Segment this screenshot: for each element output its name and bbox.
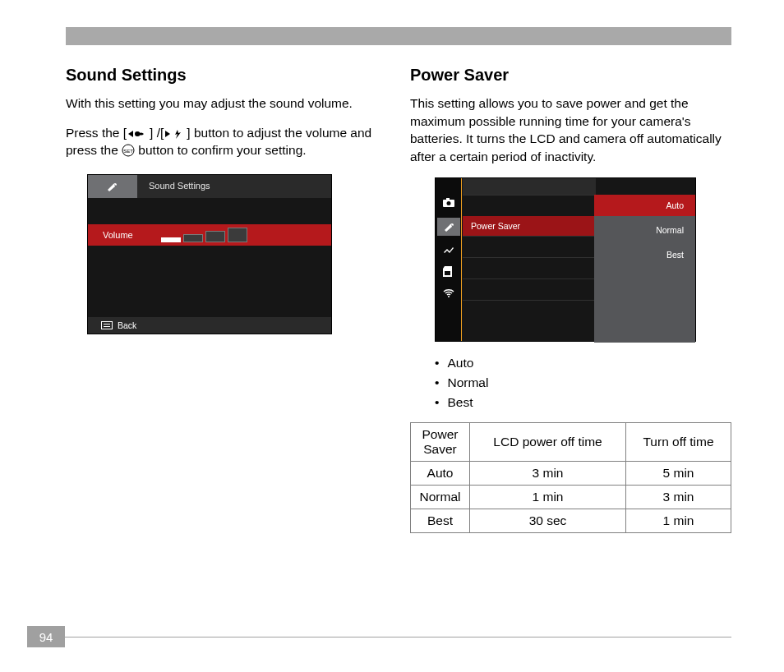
bullet-auto: Auto bbox=[435, 353, 731, 373]
table-row: Auto 3 min 5 min bbox=[411, 461, 731, 485]
power-saver-row: Power Saver bbox=[463, 216, 596, 236]
volume-steps bbox=[161, 228, 247, 242]
wrench-tab-icon bbox=[88, 175, 137, 198]
table-cell: 5 min bbox=[626, 461, 731, 485]
svg-rect-7 bbox=[445, 271, 450, 275]
power-saver-screen: Power Saver Auto Normal Best bbox=[435, 177, 696, 342]
page-content: Sound Settings With this setting you may… bbox=[66, 66, 731, 533]
svg-marker-1 bbox=[165, 131, 170, 137]
sound-settings-para2: Press the [] /[] button to adjust the vo… bbox=[66, 124, 387, 159]
power-saver-para: This setting allows you to save power an… bbox=[410, 94, 731, 166]
volume-step-1 bbox=[161, 237, 181, 242]
svg-point-6 bbox=[446, 201, 450, 205]
bullet-normal: Normal bbox=[435, 373, 731, 393]
menu-row bbox=[463, 195, 596, 216]
right-arrow-flash-icon bbox=[164, 128, 187, 140]
menu-row bbox=[463, 300, 596, 321]
menu-header-spacer bbox=[463, 178, 596, 195]
svg-rect-5 bbox=[446, 198, 450, 200]
camera-icon bbox=[441, 196, 456, 209]
wrench-icon bbox=[437, 218, 460, 236]
option-auto: Auto bbox=[594, 195, 695, 216]
tab-row: Sound Settings bbox=[88, 175, 331, 198]
header-band bbox=[66, 27, 731, 45]
text-fragment: ] /[ bbox=[150, 126, 164, 140]
menu-row bbox=[463, 257, 596, 278]
sound-settings-heading: Sound Settings bbox=[66, 66, 387, 85]
options-panel: Auto Normal Best bbox=[594, 195, 695, 343]
footer: 94 bbox=[27, 626, 731, 647]
bullet-best: Best bbox=[435, 393, 731, 412]
volume-step-2 bbox=[183, 234, 203, 242]
left-icon-strip bbox=[436, 178, 462, 341]
table-header: Turn off time bbox=[626, 422, 731, 461]
menu-row bbox=[463, 278, 596, 300]
volume-step-3 bbox=[205, 231, 225, 242]
menu-row bbox=[463, 236, 596, 257]
table-header-row: Power Saver LCD power off time Turn off … bbox=[411, 422, 731, 461]
option-normal: Normal bbox=[594, 219, 695, 241]
power-saver-heading: Power Saver bbox=[410, 66, 731, 85]
svg-point-8 bbox=[448, 296, 450, 297]
footer-line bbox=[65, 637, 731, 637]
left-column: Sound Settings With this setting you may… bbox=[66, 66, 387, 533]
table-cell: 3 min bbox=[470, 461, 626, 485]
right-column: Power Saver This setting allows you to s… bbox=[410, 66, 731, 533]
volume-row: Volume bbox=[88, 224, 331, 246]
page-number: 94 bbox=[27, 626, 65, 647]
svg-text:SET: SET bbox=[123, 149, 133, 154]
table-cell: 1 min bbox=[626, 509, 731, 532]
table-cell: Auto bbox=[411, 461, 470, 485]
sound-settings-para1: With this setting you may adjust the sou… bbox=[66, 94, 387, 113]
text-fragment: button to confirm your setting. bbox=[135, 143, 307, 157]
table-row: Best 30 sec 1 min bbox=[411, 509, 731, 532]
table-header: Power Saver bbox=[411, 422, 470, 461]
back-row: Back bbox=[88, 317, 331, 334]
table-cell: Normal bbox=[411, 485, 470, 509]
table-cell: 30 sec bbox=[470, 509, 626, 532]
sound-settings-screen: Sound Settings Volume Back bbox=[87, 174, 332, 334]
table-cell: 3 min bbox=[626, 485, 731, 509]
volume-step-4 bbox=[228, 228, 247, 242]
tab-title: Sound Settings bbox=[149, 181, 210, 191]
text-fragment: Press the [ bbox=[66, 126, 127, 140]
set-button-icon: SET bbox=[122, 144, 135, 157]
power-saver-bullets: Auto Normal Best bbox=[435, 353, 731, 412]
table-header: LCD power off time bbox=[470, 422, 626, 461]
option-best: Best bbox=[594, 244, 695, 265]
table-row: Normal 1 min 3 min bbox=[411, 485, 731, 509]
playback-icon bbox=[441, 244, 456, 257]
table-cell: 1 min bbox=[470, 485, 626, 509]
volume-label: Volume bbox=[103, 230, 133, 240]
power-saver-table: Power Saver LCD power off time Turn off … bbox=[410, 422, 731, 533]
table-cell: Best bbox=[411, 509, 470, 532]
wifi-icon bbox=[441, 287, 456, 300]
sd-card-icon bbox=[441, 265, 456, 278]
menu-middle-column: Power Saver bbox=[463, 178, 596, 341]
left-arrow-macro-icon bbox=[127, 128, 150, 140]
back-label: Back bbox=[118, 320, 136, 330]
menu-icon bbox=[101, 321, 113, 329]
svg-marker-0 bbox=[128, 131, 133, 137]
